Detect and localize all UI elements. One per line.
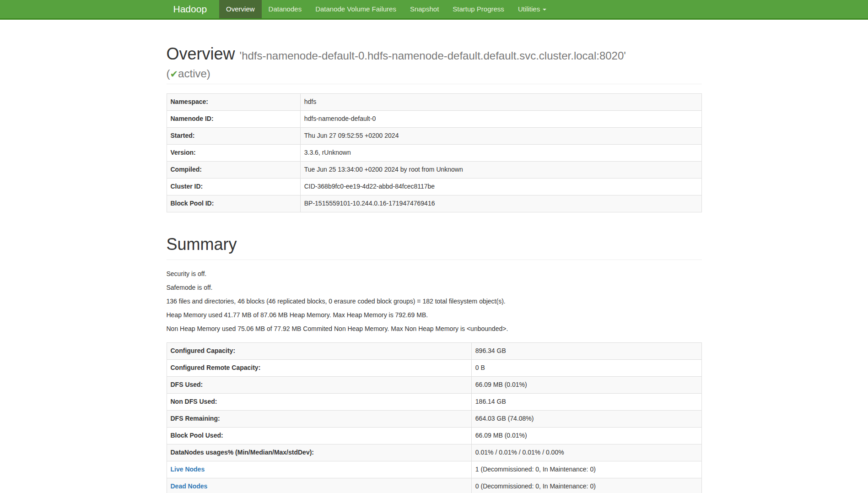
row-value: Thu Jun 27 09:52:55 +0200 2024 (300, 127, 701, 144)
row-label: Cluster ID: (167, 178, 300, 195)
heap-memory-text: Heap Memory used 41.77 MB of 87.06 MB He… (167, 310, 702, 320)
row-label: Block Pool ID: (167, 195, 300, 212)
row-value: 0.01% / 0.01% / 0.01% / 0.00% (471, 444, 701, 461)
page-title: Overview 'hdfs-namenode-default-0.hdfs-n… (167, 45, 702, 80)
table-row: Block Pool Used: 66.09 MB (0.01%) (167, 428, 701, 444)
nav-item-datanodes[interactable]: Datanodes (262, 0, 309, 18)
row-value: Tue Jun 25 13:34:00 +0200 2024 by root f… (300, 161, 701, 178)
status-open-paren: ( (167, 67, 170, 80)
table-row: DataNodes usages% (Min/Median/Max/stdDev… (167, 444, 701, 461)
table-row: Live Nodes 1 (Decommissioned: 0, In Main… (167, 461, 701, 478)
live-nodes-link[interactable]: Live Nodes (171, 466, 205, 473)
table-row: Non DFS Used: 186.14 GB (167, 394, 701, 411)
row-value: 896.34 GB (471, 343, 701, 360)
row-value: hdfs-namenode-default-0 (300, 110, 701, 127)
active-check-icon: ✔ (170, 69, 178, 79)
summary-heading: Summary (167, 235, 702, 254)
table-row: Version: 3.3.6, rUnknown (167, 144, 701, 161)
nav-link-startup-progress[interactable]: Startup Progress (446, 0, 511, 18)
non-heap-memory-text: Non Heap Memory used 75.06 MB of 77.92 M… (167, 324, 702, 333)
row-value: 1 (Decommissioned: 0, In Maintenance: 0) (471, 461, 701, 478)
nav-item-startup-progress[interactable]: Startup Progress (446, 0, 511, 18)
row-label: Version: (167, 144, 300, 161)
row-value: 66.09 MB (0.01%) (471, 377, 701, 394)
nav-link-datanode-volume-failures[interactable]: Datanode Volume Failures (308, 0, 403, 18)
table-row: Namespace: hdfs (167, 93, 701, 110)
status-text: active (178, 67, 207, 80)
table-row: DFS Used: 66.09 MB (0.01%) (167, 377, 701, 394)
row-label: Configured Capacity: (167, 343, 471, 360)
dead-nodes-link[interactable]: Dead Nodes (171, 482, 208, 490)
row-label: Namenode ID: (167, 110, 300, 127)
row-value: 0 B (471, 360, 701, 377)
row-label: Compiled: (167, 161, 300, 178)
row-label: Live Nodes (167, 461, 471, 478)
row-value: 0 (Decommissioned: 0, In Maintenance: 0) (471, 478, 701, 493)
row-value: 664.03 GB (74.08%) (471, 411, 701, 428)
table-row: Block Pool ID: BP-1515559101-10.244.0.16… (167, 195, 701, 212)
row-label: Non DFS Used: (167, 394, 471, 411)
utilities-label: Utilities (518, 5, 540, 13)
summary-text-block: Security is off. Safemode is off. 136 fi… (167, 269, 702, 333)
row-value: BP-1515559101-10.244.0.16-1719474769416 (300, 195, 701, 212)
row-label: Namespace: (167, 93, 300, 110)
table-row: DFS Remaining: 664.03 GB (74.08%) (167, 411, 701, 428)
row-value: CID-368b9fc0-ee19-4d22-abbd-84fcec8117be (300, 178, 701, 195)
row-value: 186.14 GB (471, 394, 701, 411)
table-row: Configured Remote Capacity: 0 B (167, 360, 701, 377)
security-status-text: Security is off. (167, 269, 702, 278)
filesystem-objects-text: 136 files and directories, 46 blocks (46… (167, 297, 702, 306)
row-label: Started: (167, 127, 300, 144)
nav-item-utilities[interactable]: Utilities (511, 0, 553, 18)
nav-link-utilities-dropdown[interactable]: Utilities (511, 0, 553, 18)
summary-stats-table: Configured Capacity: 896.34 GB Configure… (167, 342, 702, 493)
overview-info-table: Namespace: hdfs Namenode ID: hdfs-nameno… (167, 93, 702, 212)
row-value: hdfs (300, 93, 701, 110)
navbar-menu: Overview Datanodes Datanode Volume Failu… (219, 0, 553, 18)
nav-link-datanodes[interactable]: Datanodes (262, 0, 309, 18)
table-row: Namenode ID: hdfs-namenode-default-0 (167, 110, 701, 127)
caret-down-icon (543, 9, 546, 11)
nav-item-overview[interactable]: Overview (219, 0, 262, 18)
row-label: DFS Used: (167, 377, 471, 394)
namenode-status: (✔active) (167, 68, 702, 80)
hadoop-brand[interactable]: Hadoop (167, 0, 214, 18)
nav-item-datanode-volume-failures[interactable]: Datanode Volume Failures (308, 0, 403, 18)
status-close-paren: ) (207, 67, 210, 80)
top-navbar: Hadoop Overview Datanodes Datanode Volum… (0, 0, 868, 20)
row-label: Block Pool Used: (167, 428, 471, 444)
table-row: Cluster ID: CID-368b9fc0-ee19-4d22-abbd-… (167, 178, 701, 195)
row-value: 66.09 MB (0.01%) (471, 428, 701, 444)
row-label: Dead Nodes (167, 478, 471, 493)
page-title-text: Overview (167, 44, 235, 63)
table-row: Started: Thu Jun 27 09:52:55 +0200 2024 (167, 127, 701, 144)
table-row: Compiled: Tue Jun 25 13:34:00 +0200 2024… (167, 161, 701, 178)
table-row: Dead Nodes 0 (Decommissioned: 0, In Main… (167, 478, 701, 493)
row-value: 3.3.6, rUnknown (300, 144, 701, 161)
row-label: DFS Remaining: (167, 411, 471, 428)
nav-link-snapshot[interactable]: Snapshot (403, 0, 446, 18)
nav-item-snapshot[interactable]: Snapshot (403, 0, 446, 18)
namenode-host: 'hdfs-namenode-default-0.hdfs-namenode-d… (240, 49, 626, 62)
summary-section-header: Summary (167, 235, 702, 260)
table-row: Configured Capacity: 896.34 GB (167, 343, 701, 360)
safemode-status-text: Safemode is off. (167, 283, 702, 292)
row-label: Configured Remote Capacity: (167, 360, 471, 377)
overview-page-header: Overview 'hdfs-namenode-default-0.hdfs-n… (167, 45, 702, 84)
nav-link-overview[interactable]: Overview (219, 0, 262, 18)
row-label: DataNodes usages% (Min/Median/Max/stdDev… (167, 444, 471, 461)
